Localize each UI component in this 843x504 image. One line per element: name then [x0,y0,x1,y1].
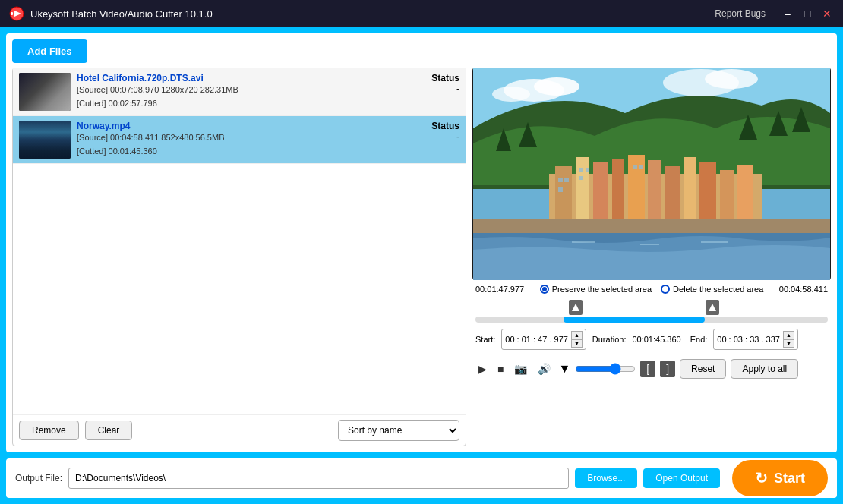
start-handle[interactable] [569,300,583,315]
start-spin[interactable]: ▲ ▼ [571,331,583,348]
svg-point-9 [705,69,758,89]
browse-button[interactable]: Browse... [575,468,637,488]
svg-rect-13 [593,162,608,227]
mark-in-button[interactable]: [ [640,361,655,377]
end-label: End: [690,335,708,344]
end-spin-down[interactable]: ▼ [783,339,794,348]
file-list: Hotel California.720p.DTS.avi [Source] 0… [13,68,466,414]
restore-button[interactable]: □ [800,7,814,20]
file-name: Norway.mp4 [77,121,425,131]
delete-radio[interactable] [661,285,670,294]
svg-rect-2 [11,12,13,15]
preserve-option[interactable]: Preserve the selected area [540,285,652,294]
volume-button[interactable]: 🔊 [535,361,554,376]
report-bugs-link[interactable]: Report Bugs [715,8,766,19]
app-title: Ukeysoft Batch Video/Audio Cutter 10.1.0 [30,8,715,20]
workspace: Hotel California.720p.DTS.avi [Source] 0… [12,68,831,446]
file-source-meta: [Source] 00:04:58.411 852x480 56.5MB [77,131,425,145]
open-output-button[interactable]: Open Output [643,468,720,488]
output-path-input[interactable] [68,468,569,489]
status-label: Status [431,73,459,83]
status-label: Status [431,121,459,131]
preserve-options: Preserve the selected area Delete the se… [540,285,764,294]
end-spin-up[interactable]: ▲ [783,331,794,339]
volume-icon: ▼ [558,362,570,376]
start-input-group[interactable]: 00 : 01 : 47 . 977 ▲ ▼ [501,329,586,350]
delete-option[interactable]: Delete the selected area [661,285,763,294]
file-status: Status - [431,73,459,94]
svg-rect-30 [473,219,830,235]
close-button[interactable]: ✕ [820,7,834,20]
time-left: 00:01:47.977 [475,285,524,294]
titlebar: Ukeysoft Batch Video/Audio Cutter 10.1.0… [0,0,843,27]
end-value: 00 : 03 : 33 . 337 [717,335,780,344]
start-spin-down[interactable]: ▼ [571,339,583,348]
start-value: 00 : 01 : 47 . 977 [505,335,568,344]
status-value: - [431,83,459,94]
minimize-button[interactable]: – [781,7,794,20]
svg-rect-26 [586,168,589,172]
file-cut-meta: [Cutted] 00:02:57.796 [77,97,425,111]
add-files-button[interactable]: Add Files [12,39,87,63]
mark-out-button[interactable]: ] [660,361,675,377]
svg-rect-12 [576,157,589,227]
svg-marker-35 [572,304,579,311]
file-source-meta: [Source] 00:07:08.970 1280x720 282.31MB [77,83,425,97]
clear-button[interactable]: Clear [85,421,133,440]
duration-value: 00:01:45.360 [632,335,680,344]
svg-rect-20 [720,170,734,227]
start-button[interactable]: ↻ Start [732,460,828,496]
svg-rect-33 [640,244,659,245]
timeline-bar[interactable] [475,317,828,323]
svg-marker-36 [709,304,716,311]
svg-rect-25 [579,168,583,172]
video-preview [472,68,831,280]
play-button[interactable]: ▶ [475,361,490,376]
preview-panel: 00:01:47.977 Preserve the selected area … [472,68,831,446]
svg-rect-21 [737,165,753,227]
main-content: Add Files Hotel California.720p.DTS.avi … [0,27,843,504]
preserve-radio[interactable] [540,285,549,294]
end-input-group[interactable]: 00 : 03 : 33 . 337 ▲ ▼ [713,329,798,350]
file-list-panel: Hotel California.720p.DTS.avi [Source] 0… [12,68,466,446]
file-thumbnail [19,73,71,111]
sort-select[interactable]: Sort by name Sort by date Sort by size [338,420,459,441]
start-label: Start: [475,335,495,344]
svg-rect-32 [572,241,595,243]
preserve-label: Preserve the selected area [552,285,652,294]
remove-button[interactable]: Remove [19,421,79,440]
file-info: Norway.mp4 [Source] 00:04:58.411 852x480… [77,121,425,158]
reset-button[interactable]: Reset [680,359,726,379]
playback-controls-row: ▶ ■ 📷 🔊 ▼ [ ] Reset Apply to all [472,356,831,382]
apply-all-button[interactable]: Apply to all [731,359,798,379]
svg-rect-17 [665,166,680,227]
svg-point-7 [492,87,530,102]
svg-rect-23 [564,178,569,182]
bottom-bar: Output File: Browse... Open Output ↻ Sta… [6,458,837,498]
end-handle[interactable] [706,300,719,315]
svg-rect-19 [699,162,716,227]
svg-rect-27 [579,176,583,180]
output-file-label: Output File: [15,473,62,484]
end-spin[interactable]: ▲ ▼ [783,331,794,348]
start-label: Start [774,471,805,487]
stop-button[interactable]: ■ [494,361,507,376]
snapshot-button[interactable]: 📷 [511,361,530,376]
time-markers-row: 00:01:47.977 Preserve the selected area … [472,283,831,295]
svg-rect-28 [633,165,637,169]
start-spin-up[interactable]: ▲ [571,331,583,339]
file-item[interactable]: Hotel California.720p.DTS.avi [Source] 0… [13,68,466,116]
start-icon: ↻ [755,469,768,487]
svg-rect-16 [648,160,661,227]
status-value: - [431,131,459,142]
file-info: Hotel California.720p.DTS.avi [Source] 0… [77,73,425,110]
time-right: 00:04:58.411 [779,285,828,294]
timeline-container[interactable] [472,317,831,323]
file-status: Status - [431,121,459,142]
file-item[interactable]: Norway.mp4 [Source] 00:04:58.411 852x480… [13,116,466,164]
svg-rect-29 [639,165,643,169]
time-inputs-row: Start: 00 : 01 : 47 . 977 ▲ ▼ Duration: … [472,326,831,353]
top-panel: Add Files Hotel California.720p.DTS.avi … [6,33,837,452]
svg-rect-11 [555,166,572,227]
volume-slider[interactable] [575,363,636,375]
